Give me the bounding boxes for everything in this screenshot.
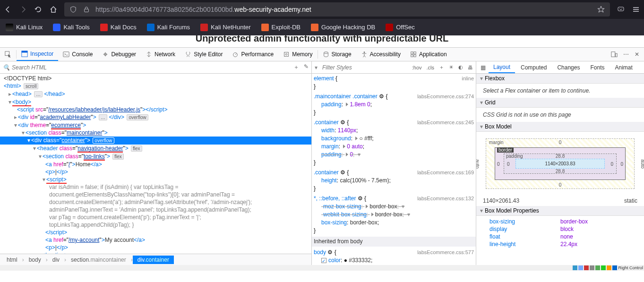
tab-accessibility[interactable]: Accessibility bbox=[356, 48, 405, 61]
cls-toggle[interactable]: .cls bbox=[427, 65, 435, 70]
svg-rect-0 bbox=[85, 9, 89, 12]
crumb-selected[interactable]: div.container bbox=[133, 256, 174, 264]
ltab-animations[interactable]: Animat bbox=[610, 61, 637, 73]
page-content-slice: Unprotected admin functionality with unp… bbox=[0, 35, 644, 47]
forward-button[interactable] bbox=[19, 5, 27, 14]
add-rule-button[interactable]: ＋ bbox=[439, 64, 444, 71]
taskstrip-label: Right Control bbox=[618, 265, 643, 270]
pocket-icon[interactable] bbox=[617, 5, 625, 14]
bookmark-kali-forums[interactable]: Kali Forums bbox=[147, 24, 190, 31]
crumb-html[interactable]: html bbox=[2, 256, 22, 264]
menu-icon[interactable] bbox=[632, 5, 640, 14]
tab-network[interactable]: Network bbox=[141, 48, 180, 61]
grid-msg: CSS Grid is not in use on this page bbox=[476, 108, 644, 122]
svg-rect-16 bbox=[611, 52, 615, 57]
tab-inspector[interactable]: Inspector bbox=[17, 48, 58, 61]
address-bar[interactable]: https://0a49004d0476773a80256c2b001600bd… bbox=[64, 2, 610, 17]
dom-search-bar: 🔍 ＋✎ bbox=[0, 61, 311, 74]
layout-grid-icon[interactable]: ▦ bbox=[478, 64, 488, 71]
boxmodel-header[interactable]: ▾Box Model bbox=[476, 122, 644, 132]
tab-performance[interactable]: Performance bbox=[227, 48, 278, 61]
dom-breadcrumb: html› body› div› section.maincontainer› … bbox=[0, 254, 311, 265]
tab-storage[interactable]: Storage bbox=[318, 48, 356, 61]
eyedropper-icon[interactable]: ✎ bbox=[304, 63, 309, 71]
rules-toolbar: ▾ :hov .cls ＋ ☀ ◐ 🖶 bbox=[312, 61, 476, 74]
layout-body[interactable]: ▾Flexbox Select a Flex container or item… bbox=[476, 74, 644, 265]
filter-icon: ▾ bbox=[315, 64, 318, 71]
shield-icon bbox=[69, 5, 77, 14]
layout-panel: ▦ Layout Computed Changes Fonts Animat ▾… bbox=[476, 61, 644, 265]
boxmodel-props-header[interactable]: ▾Box Model Properties bbox=[476, 206, 644, 216]
boxmodel-diagram: margin 0 0 auto auto border 0 0 padding … bbox=[476, 132, 644, 196]
svg-rect-1 bbox=[618, 7, 624, 11]
svg-rect-5 bbox=[63, 52, 69, 57]
flexbox-header[interactable]: ▾Flexbox bbox=[476, 74, 644, 84]
tab-debugger[interactable]: Debugger bbox=[97, 48, 141, 61]
ltab-computed[interactable]: Computed bbox=[516, 61, 551, 73]
bookmark-kali-linux[interactable]: Kali Linux bbox=[6, 24, 43, 31]
ltab-layout[interactable]: Layout bbox=[489, 61, 515, 73]
os-taskstrip: Right Control bbox=[0, 265, 644, 271]
dom-selected-node: ▾<div class="container"> overflow bbox=[0, 137, 311, 145]
light-theme-icon[interactable]: ☀ bbox=[449, 64, 454, 70]
devtools-more-icon[interactable]: ⋯ bbox=[623, 51, 629, 58]
reload-button[interactable] bbox=[34, 5, 43, 14]
bookmark-kali-docs[interactable]: Kali Docs bbox=[100, 24, 137, 31]
lab-title: Unprotected admin functionality with unp… bbox=[196, 35, 449, 44]
svg-rect-14 bbox=[411, 55, 413, 57]
home-button[interactable] bbox=[49, 5, 58, 14]
crumb-div[interactable]: div bbox=[48, 256, 64, 264]
flexbox-msg: Select a Flex container or item to conti… bbox=[476, 84, 644, 98]
rules-body[interactable]: inlineelement {} labsEcommerce.css:274.m… bbox=[312, 74, 476, 265]
svg-rect-17 bbox=[616, 53, 618, 57]
svg-rect-15 bbox=[414, 55, 416, 57]
bookmark-star-icon[interactable] bbox=[597, 5, 605, 14]
dom-panel: 🔍 ＋✎ <!DOCTYPE html> <html> scroll ▸<hea… bbox=[0, 61, 312, 265]
lock-icon bbox=[82, 5, 91, 14]
devtools-body: 🔍 ＋✎ <!DOCTYPE html> <html> scroll ▸<hea… bbox=[0, 61, 644, 265]
bookmark-kali-tools[interactable]: Kali Tools bbox=[53, 24, 89, 31]
devtools-close-icon[interactable]: ✕ bbox=[635, 51, 639, 58]
add-node-button[interactable]: ＋ bbox=[293, 63, 299, 71]
tab-application[interactable]: Application bbox=[405, 48, 452, 61]
tab-memory[interactable]: Memory bbox=[278, 48, 317, 61]
contrast-icon[interactable]: ◐ bbox=[458, 64, 463, 70]
bookmark-offsec[interactable]: OffSec bbox=[386, 24, 415, 31]
boxmodel-size-row: 1140×2061.43static bbox=[476, 196, 644, 206]
bookmark-exploit-db[interactable]: Exploit-DB bbox=[261, 24, 301, 31]
boxmodel-content: 1140×2003.83 bbox=[515, 159, 605, 169]
search-icon: 🔍 bbox=[3, 64, 10, 71]
svg-rect-12 bbox=[411, 52, 413, 54]
rules-panel: ▾ :hov .cls ＋ ☀ ◐ 🖶 inlineelement {} lab… bbox=[312, 61, 476, 265]
bookmark-bar: Kali Linux Kali Tools Kali Docs Kali For… bbox=[0, 19, 644, 35]
svg-rect-13 bbox=[414, 52, 416, 54]
grid-header[interactable]: ▾Grid bbox=[476, 98, 644, 108]
tab-console[interactable]: Console bbox=[58, 48, 97, 61]
browser-nav-bar: https://0a49004d0476773a80256c2b001600bd… bbox=[0, 0, 644, 19]
responsive-mode-icon[interactable] bbox=[611, 51, 618, 58]
crumb-section[interactable]: section.maincontainer bbox=[66, 256, 131, 264]
print-icon[interactable]: 🖶 bbox=[468, 65, 473, 70]
bookmark-kali-nethunter[interactable]: Kali NetHunter bbox=[200, 24, 251, 31]
svg-rect-8 bbox=[284, 52, 289, 57]
svg-point-10 bbox=[324, 52, 328, 54]
devtools-toolbar: Inspector Console Debugger Network Style… bbox=[0, 47, 644, 61]
dom-tree[interactable]: <!DOCTYPE html> <html> scroll ▸<head> … … bbox=[0, 74, 311, 254]
url-text: https://0a49004d0476773a80256c2b001600bd… bbox=[95, 6, 311, 13]
svg-point-9 bbox=[285, 53, 287, 55]
layout-tabs: ▦ Layout Computed Changes Fonts Animat bbox=[476, 61, 644, 74]
svg-rect-4 bbox=[22, 51, 27, 53]
pick-element-button[interactable] bbox=[0, 48, 16, 61]
hov-toggle[interactable]: :hov bbox=[412, 65, 422, 70]
dom-search-input[interactable] bbox=[12, 64, 292, 71]
tab-style-editor[interactable]: Style Editor bbox=[180, 48, 227, 61]
filter-styles-input[interactable] bbox=[322, 64, 407, 71]
boxmodel-props: box-sizingborder-box displayblock floatn… bbox=[476, 216, 644, 250]
bookmark-ghdb[interactable]: Google Hacking DB bbox=[311, 24, 375, 31]
inherited-header: Inherited from body bbox=[312, 237, 476, 247]
crumb-body[interactable]: body bbox=[24, 256, 46, 264]
back-button[interactable] bbox=[4, 5, 12, 14]
svg-point-11 bbox=[363, 51, 365, 53]
ltab-fonts[interactable]: Fonts bbox=[585, 61, 609, 73]
ltab-changes[interactable]: Changes bbox=[552, 61, 584, 73]
